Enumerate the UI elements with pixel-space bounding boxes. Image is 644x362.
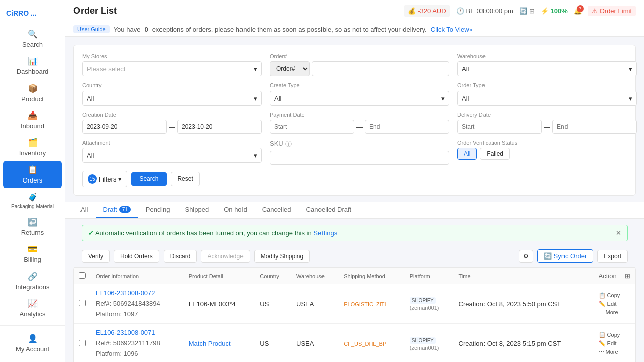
- billing-icon: 💳: [28, 244, 38, 254]
- shipping-method-cell: CF_US_DHL_BP: [339, 324, 404, 362]
- ov-all-pill[interactable]: All: [457, 148, 477, 160]
- creation-date-end[interactable]: [177, 120, 262, 134]
- chevron-down-icon: ▾: [254, 65, 257, 73]
- attachment-select[interactable]: All ▾: [82, 148, 262, 163]
- tab-all[interactable]: All: [73, 202, 95, 218]
- shipping-method-cell: ELOGISTIC_ZITI: [339, 284, 404, 324]
- sidebar: CiRRO ... 🔍 Search 📊 Dashboard 📦 Product…: [0, 0, 65, 362]
- select-all-header[interactable]: [74, 268, 91, 284]
- acknowledge-button[interactable]: Acknowledge: [201, 250, 250, 263]
- tab-pending[interactable]: Pending: [139, 202, 177, 218]
- delivery-start[interactable]: [457, 120, 542, 134]
- creation-date-start[interactable]: [82, 120, 167, 134]
- shipping-method-link[interactable]: ELOGISTIC_ZITI: [344, 301, 386, 307]
- action-cell: 📋 Copy ✏️ Edit ⋯ More: [594, 284, 635, 324]
- tab-shipped[interactable]: Shipped: [178, 202, 216, 218]
- click-to-view-link[interactable]: Click To View»: [431, 26, 473, 33]
- tab-on-hold[interactable]: On hold: [217, 202, 254, 218]
- export-button[interactable]: Export: [597, 250, 628, 263]
- sidebar-item-product[interactable]: 📦 Product: [0, 79, 65, 107]
- sku-input[interactable]: [270, 151, 449, 165]
- country-select[interactable]: All ▾: [82, 90, 262, 106]
- order-type-select[interactable]: All ▾: [457, 90, 637, 106]
- notice-close-button[interactable]: ✕: [616, 229, 621, 237]
- order-num-input[interactable]: [312, 61, 449, 76]
- order-verification-status: All Failed: [457, 148, 644, 160]
- sidebar-item-returns[interactable]: ↩️ Returns: [0, 213, 65, 240]
- columns-layout-icon[interactable]: ⊞: [625, 272, 630, 280]
- create-type-label: Create Type: [270, 82, 449, 88]
- ov-failed-pill[interactable]: Failed: [480, 148, 510, 160]
- search-button[interactable]: Search: [131, 172, 167, 186]
- inbound-icon: 📥: [28, 111, 38, 120]
- table-settings-button[interactable]: ⚙: [519, 250, 533, 263]
- order-num-prefix-select[interactable]: Order#: [270, 61, 310, 76]
- sidebar-item-inventory[interactable]: 🗂️ Inventory: [0, 134, 65, 161]
- copy-button[interactable]: 📋 Copy: [599, 292, 630, 299]
- payment-end[interactable]: [365, 120, 449, 134]
- order-limit-badge[interactable]: ⚠ Order Limit: [588, 6, 636, 16]
- discard-button[interactable]: Discard: [164, 250, 197, 263]
- returns-icon: ↩️: [28, 217, 38, 227]
- sidebar-item-orders[interactable]: 📋 Orders: [3, 161, 62, 188]
- my-stores-select[interactable]: Please select ▾: [82, 61, 262, 76]
- row-checkbox[interactable]: [79, 340, 86, 346]
- sidebar-item-search[interactable]: 🔍 Search: [0, 25, 65, 52]
- user-guide-badge[interactable]: User Guide: [73, 25, 110, 33]
- tab-cancelled-draft-label: Cancelled Draft: [306, 206, 352, 213]
- more-button[interactable]: ⋯ More: [599, 309, 630, 316]
- filters-toggle-button[interactable]: 15 Filters ▾: [82, 171, 127, 187]
- create-type-select[interactable]: All ▾: [270, 90, 449, 106]
- copy-button[interactable]: 📋 Copy: [599, 332, 630, 338]
- reset-button[interactable]: Reset: [171, 172, 199, 186]
- notification-count: 7: [577, 5, 584, 12]
- clock-icon: 🕐: [456, 7, 464, 15]
- sync-order-button[interactable]: 🔄 Sync Order: [537, 249, 594, 263]
- warehouse-select[interactable]: All ▾: [457, 61, 637, 76]
- warehouse-cell: USEA: [291, 324, 339, 362]
- col-country: Country: [255, 268, 291, 284]
- payment-start[interactable]: [270, 120, 354, 134]
- filter-order-verification: Order Verification Status All Failed: [457, 140, 644, 165]
- more-button[interactable]: ⋯ More: [599, 349, 630, 355]
- order-info-cell: EL106-231008-0072 Ref#: 5069241843894 Pl…: [96, 288, 179, 319]
- select-all-checkbox[interactable]: [79, 272, 86, 279]
- delivery-end[interactable]: [552, 120, 637, 134]
- tab-draft-label: Draft: [103, 206, 117, 213]
- chevron-down-icon: ▾: [254, 152, 257, 159]
- sidebar-item-analytics[interactable]: 📈 Analytics: [0, 295, 65, 322]
- edit-button[interactable]: ✏️ Edit: [599, 340, 630, 347]
- chevron-down-icon: ▾: [254, 95, 257, 102]
- edit-button[interactable]: ✏️ Edit: [599, 301, 630, 307]
- sidebar-item-integrations[interactable]: 🔗 Integrations: [0, 267, 65, 295]
- platform-info: SHOPIFY (zeman001): [410, 336, 449, 351]
- notice-text: Automatic verification of orders has bee…: [95, 229, 312, 237]
- tab-draft[interactable]: Draft 71: [96, 202, 137, 218]
- inventory-icon: 🗂️: [28, 138, 38, 147]
- order-num-label: Order#: [270, 53, 449, 59]
- sidebar-item-my-account[interactable]: 👤 My Account: [0, 330, 65, 357]
- table-header-row: Order Information Product Detail Country…: [74, 268, 635, 284]
- sidebar-item-packaging[interactable]: 🧳 Packaging Material: [0, 188, 65, 213]
- row-checkbox[interactable]: [79, 300, 86, 306]
- sidebar-item-inbound[interactable]: 📥 Inbound: [0, 107, 65, 134]
- integrations-icon: 🔗: [28, 272, 38, 281]
- verify-button[interactable]: Verify: [82, 250, 110, 263]
- tab-cancelled-draft[interactable]: Cancelled Draft: [299, 202, 359, 218]
- order-number-link[interactable]: EL106-231008-0071: [96, 329, 155, 336]
- tab-pending-label: Pending: [146, 206, 170, 213]
- action-cell: 📋 Copy ✏️ Edit ⋯ More: [594, 324, 635, 362]
- sidebar-item-dashboard[interactable]: 📊 Dashboard: [0, 52, 65, 79]
- match-product-link[interactable]: Match Product: [189, 340, 231, 347]
- hold-orders-button[interactable]: Hold Orders: [114, 250, 159, 263]
- dashboard-icon: 📊: [28, 56, 38, 66]
- sidebar-item-billing[interactable]: 💳 Billing: [0, 240, 65, 267]
- modify-shipping-button[interactable]: Modify Shipping: [254, 250, 310, 263]
- shipping-method-link[interactable]: CF_US_DHL_BP: [344, 341, 386, 347]
- filter-creation-date: Creation Date —: [82, 112, 262, 134]
- notifications-bell[interactable]: 🔔 7: [574, 7, 582, 15]
- order-number-link[interactable]: EL106-231008-0072: [96, 289, 155, 297]
- settings-link[interactable]: Settings: [313, 229, 337, 237]
- filter-my-stores: My Stores Please select ▾: [82, 53, 262, 76]
- tab-cancelled[interactable]: Cancelled: [255, 202, 298, 218]
